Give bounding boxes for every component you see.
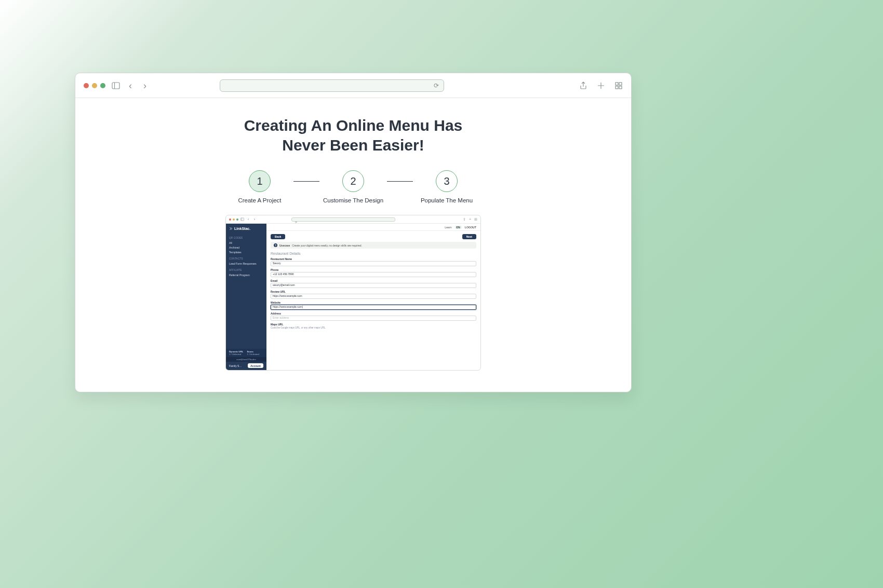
input-phone[interactable]: +12 123 456 7890 (271, 272, 476, 277)
language-selector[interactable]: EN (455, 226, 462, 229)
inner-maximize-icon[interactable] (236, 218, 238, 221)
step-connector (293, 181, 319, 182)
page-content: Creating An Online Menu Has Never Been E… (75, 98, 631, 392)
input-email[interactable]: savory@email.com (271, 283, 476, 288)
sidebar-item-lead-form[interactable]: Lead Form Responses (229, 262, 263, 265)
label-website: Website (271, 301, 476, 304)
label-review-url: Review URL (271, 290, 476, 293)
quota-dynamic-value: 1 / Unlimited (229, 353, 246, 355)
maximize-window-icon[interactable] (100, 83, 105, 88)
label-email: Email (271, 279, 476, 282)
form-container: Back Next ? Usecase Create your digital … (266, 231, 480, 331)
close-window-icon[interactable] (84, 83, 89, 88)
outer-browser-window: ‹ › ⟳ Creating An Online Menu Has Never … (75, 73, 632, 392)
step-2-circle: 2 (342, 170, 364, 192)
headline-line-2: Never Been Easier! (282, 136, 424, 154)
inner-traffic-lights (229, 218, 238, 221)
hint-maps-url: Could be Google maps URL, or any other m… (271, 326, 476, 329)
quota-scans-value: 1 / Unlimited (247, 353, 264, 355)
inner-refresh-icon[interactable]: ⟳ (292, 218, 300, 226)
svg-rect-0 (112, 83, 119, 89)
headline-line-1: Creating An Online Menu Has (244, 117, 463, 134)
learn-link[interactable]: Learn (445, 226, 451, 229)
plan-name: Family S… (229, 364, 242, 367)
traffic-lights (84, 83, 105, 88)
label-maps-url: Maps URL (271, 323, 476, 326)
outer-browser-toolbar: ‹ › ⟳ (75, 73, 631, 98)
sidebar-heading-affiliate: AFFILIATE (229, 269, 263, 271)
sidebar-item-archived[interactable]: Archived (229, 246, 263, 249)
sidebar-toggle-icon[interactable] (112, 81, 120, 90)
svg-rect-5 (619, 83, 622, 85)
inner-close-icon[interactable] (229, 218, 231, 221)
usecase-label: Usecase (279, 244, 290, 247)
sidebar-item-templates[interactable]: Templates (229, 251, 263, 254)
sidebar-heading-qrcodes: QR CODES (229, 237, 263, 239)
back-icon[interactable]: ‹ (126, 81, 135, 90)
step-1-label: Create A Project (238, 197, 281, 203)
input-website[interactable]: https://www.example.com| (271, 305, 476, 310)
sidebar-heading-contacts: CONTACTS (229, 257, 263, 260)
step-2[interactable]: 2 Customise The Design (319, 170, 387, 203)
inner-browser-toolbar: ‹ › ⟳ ⇪ + ⊞ (226, 215, 480, 224)
step-connector (387, 181, 413, 182)
step-3[interactable]: 3 Populate The Menu (413, 170, 480, 203)
label-address: Address (271, 312, 476, 315)
forward-icon[interactable]: › (141, 81, 149, 90)
input-address[interactable]: Enter address (271, 316, 476, 321)
usecase-text: Create your digital menu easily, no desi… (292, 244, 362, 247)
section-title: Restaurant Details (271, 252, 476, 255)
step-3-circle: 3 (436, 170, 458, 192)
svg-rect-4 (616, 83, 618, 85)
app-main: Learn EN LOGOUT Back Next ? Usecase Crea… (266, 224, 480, 370)
sidebar-item-all[interactable]: All (229, 241, 263, 244)
svg-rect-7 (619, 86, 622, 89)
step-2-label: Customise The Design (323, 197, 383, 203)
step-1[interactable]: 1 Create A Project (226, 170, 293, 203)
inner-tab-overview-icon[interactable]: ⊞ (474, 217, 477, 222)
inner-new-tab-icon[interactable]: + (469, 217, 471, 222)
address-bar[interactable]: ⟳ (220, 79, 444, 92)
back-button[interactable]: Back (271, 234, 285, 239)
new-tab-icon[interactable] (597, 81, 605, 90)
steps-indicator: 1 Create A Project 2 Customise The Desig… (226, 170, 480, 203)
account-button[interactable]: Account (248, 363, 263, 368)
sidebar-item-referral[interactable]: Referral Program (229, 274, 263, 277)
next-button[interactable]: Next (462, 234, 476, 239)
info-icon: ? (274, 243, 277, 247)
inner-forward-icon[interactable]: › (252, 217, 257, 222)
inner-minimize-icon[interactable] (233, 218, 235, 221)
quota-panel: Dynamic URL Scans 1 / Unlimited 1 / Unli… (226, 349, 266, 357)
app-logo[interactable]: LinkStac. (229, 227, 263, 230)
refresh-icon[interactable]: ⟳ (432, 81, 440, 90)
share-icon[interactable] (579, 81, 587, 90)
label-phone: Phone (271, 268, 476, 271)
label-restaurant-name: Restaurant Name (271, 257, 476, 261)
inner-share-icon[interactable]: ⇪ (463, 217, 466, 222)
step-3-label: Populate The Menu (421, 197, 473, 203)
svg-rect-8 (240, 218, 244, 221)
svg-rect-6 (616, 86, 618, 89)
inner-address-bar[interactable]: ⟳ (291, 217, 395, 222)
step-1-circle: 1 (249, 170, 271, 192)
page-headline: Creating An Online Menu Has Never Been E… (244, 116, 463, 155)
user-email: user@host279a.dev (226, 357, 266, 362)
inner-sidebar-toggle-icon[interactable] (240, 217, 244, 221)
app-sidebar: LinkStac. QR CODES All Archived Template… (226, 224, 266, 370)
logout-link[interactable]: LOGOUT (465, 226, 476, 229)
minimize-window-icon[interactable] (92, 83, 97, 88)
inner-browser-window: ‹ › ⟳ ⇪ + ⊞ LinkStac. QR (225, 215, 481, 371)
input-review-url[interactable]: https://www.example.com (271, 294, 476, 299)
tab-overview-icon[interactable] (614, 81, 623, 90)
inner-back-icon[interactable]: ‹ (246, 217, 250, 222)
input-restaurant-name[interactable]: Savory (271, 261, 476, 266)
usecase-info: ? Usecase Create your digital menu easil… (271, 242, 476, 249)
